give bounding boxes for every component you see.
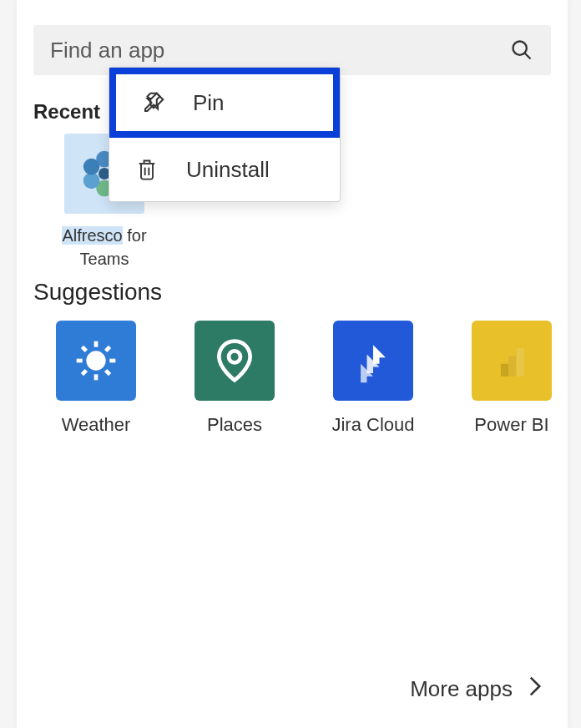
svg-rect-19 — [501, 364, 508, 377]
svg-rect-21 — [517, 348, 524, 377]
suggestions-heading: Suggestions — [33, 279, 568, 306]
trash-icon — [131, 157, 163, 182]
context-menu-pin[interactable]: Pin — [109, 68, 340, 138]
context-menu-uninstall[interactable]: Uninstall — [109, 138, 340, 201]
context-menu-pin-label: Pin — [193, 90, 225, 116]
suggestion-powerbi[interactable]: Power BI — [466, 321, 558, 436]
weather-icon — [56, 321, 136, 401]
svg-line-15 — [106, 371, 110, 375]
chevron-right-icon — [528, 675, 543, 703]
suggestion-places[interactable]: Places — [189, 321, 280, 436]
search-icon — [509, 38, 534, 63]
svg-line-17 — [106, 346, 110, 351]
suggestion-label: Weather — [62, 414, 131, 436]
svg-point-18 — [229, 351, 240, 362]
suggestion-label: Places — [207, 414, 262, 436]
more-apps-link[interactable]: More apps — [410, 675, 543, 703]
suggestion-weather[interactable]: Weather — [50, 321, 142, 436]
suggestion-label: Jira Cloud — [331, 414, 414, 436]
svg-line-1 — [525, 53, 531, 59]
app-flyout-panel: Find an app Recent — [17, 0, 568, 728]
jira-icon — [333, 321, 413, 401]
context-menu-uninstall-label: Uninstall — [186, 157, 270, 183]
svg-point-9 — [88, 353, 104, 369]
suggestion-label: Power BI — [474, 414, 548, 436]
svg-point-7 — [83, 159, 100, 175]
places-icon — [195, 321, 275, 401]
powerbi-icon — [472, 321, 552, 401]
recent-app-label: Alfresco for Teams — [50, 224, 159, 270]
svg-point-0 — [513, 42, 527, 55]
svg-line-16 — [82, 371, 86, 375]
search-placeholder: Find an app — [50, 38, 509, 63]
suggestions-row: Weather Places Jira Cloud — [17, 321, 568, 436]
suggestion-jira[interactable]: Jira Cloud — [327, 321, 419, 436]
svg-point-6 — [83, 173, 100, 190]
svg-rect-20 — [508, 356, 516, 376]
context-menu: Pin Uninstall — [109, 67, 341, 202]
svg-line-14 — [82, 346, 86, 351]
pin-icon — [138, 90, 169, 115]
more-apps-label: More apps — [410, 676, 513, 702]
